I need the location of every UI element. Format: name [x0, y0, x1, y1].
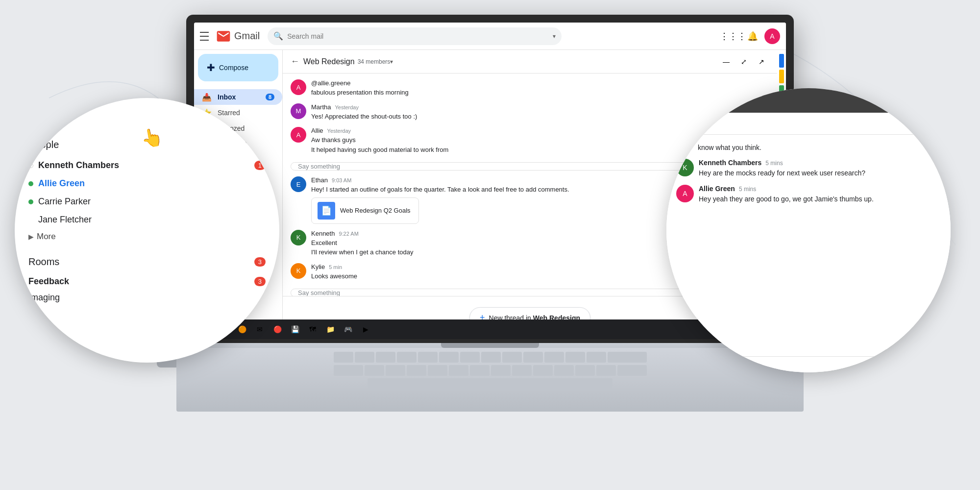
thread-title: Web Redesign	[303, 57, 355, 66]
taskbar-icon-5[interactable]: 💾	[288, 322, 302, 336]
zoom-allie-sender: Allie Green	[699, 185, 735, 193]
tab-yellow[interactable]	[779, 70, 784, 83]
topbar-right: ⋮⋮⋮ 🔔 A	[725, 28, 780, 44]
zoom-kenneth-text: Hey are the mocks ready for next week us…	[699, 168, 865, 179]
attachment-doc-icon: 📄	[318, 202, 335, 220]
person-item-kenneth[interactable]: Kenneth Chambers 1	[28, 156, 266, 174]
people-section-header: People 1	[28, 135, 266, 154]
zoom-kenneth-sender: Kenneth Chambers	[699, 159, 761, 167]
carrie-name: Carrie Parker	[38, 196, 266, 207]
carrie-online-dot	[28, 199, 33, 204]
zoom-messages: know what you think. K Kenneth Chambers …	[666, 135, 951, 356]
kenneth-name: Kenneth Chambers	[38, 160, 254, 171]
msg-header: @allie.greene	[311, 79, 409, 87]
room-item-feedback[interactable]: Feedback 3	[28, 273, 266, 290]
search-icon: 🔍	[273, 31, 283, 41]
taskbar-icon-7[interactable]: 📁	[323, 322, 337, 336]
chat-minimize-button[interactable]: —	[898, 95, 909, 106]
feedback-room-name: Feedback	[28, 276, 69, 287]
thread-members: 34 members	[358, 58, 391, 65]
msg-content-martha: Martha Yesterday Yes! Appreciated the sh…	[311, 103, 417, 122]
open-button[interactable]: ↗	[754, 54, 769, 70]
chat-close-button[interactable]: ✕	[929, 95, 941, 106]
imaging-room-name: Imaging	[28, 293, 60, 303]
msg-sender-ethan: Ethan	[311, 176, 328, 184]
person-item-jane[interactable]: Jane Fletcher	[28, 211, 266, 229]
thread-dropdown-icon[interactable]: ▾	[390, 58, 393, 65]
person-item-carrie[interactable]: Carrie Parker	[28, 193, 266, 211]
taskbar-icon-3[interactable]: ✉	[253, 322, 267, 336]
kenneth-offline-dot	[28, 163, 33, 168]
compose-plus-icon: ✚	[207, 62, 215, 74]
compose-label: Compose	[219, 64, 248, 72]
kylie-avatar: K	[291, 263, 306, 279]
rooms-section-title: Rooms	[28, 256, 59, 268]
expand-button[interactable]: ⤢	[736, 54, 752, 70]
zoom-chat-actions: — ⤢ ✕	[898, 95, 941, 106]
person-item-allie[interactable]: Allie Green	[28, 174, 266, 193]
tab-blue[interactable]	[779, 54, 784, 68]
msg-text-kylie: Looks awesome	[311, 271, 357, 281]
laptop-keyboard	[176, 348, 804, 412]
hamburger-menu[interactable]	[200, 30, 212, 42]
chat-expand-button[interactable]: ⤢	[913, 95, 925, 106]
kenneth-avatar: K	[291, 230, 306, 245]
room-item-imaging[interactable]: Imaging	[28, 290, 266, 306]
zoom-back-icon[interactable]: ←	[28, 112, 39, 125]
zoom-dropdown-label[interactable]: ▾	[45, 113, 50, 124]
gmail-search-bar[interactable]: 🔍 ▾	[268, 27, 562, 45]
msg-text-allie: Aw thanks guysIt helped having such good…	[311, 135, 448, 154]
minimize-button[interactable]: —	[718, 54, 734, 70]
martha-avatar: M	[291, 103, 306, 119]
msg-sender-martha: Martha	[311, 103, 331, 111]
compose-button[interactable]: ✚ Compose	[198, 54, 278, 81]
zoom-circle-right: e Green — ⤢ ✕ Active ⋮ know what you thi…	[666, 88, 951, 372]
jane-name: Jane Fletcher	[38, 215, 266, 225]
rooms-section-header: Rooms 3	[28, 252, 266, 271]
zoom-msg-kenneth: K Kenneth Chambers 5 mins Hey are the mo…	[676, 159, 941, 179]
msg-text-ethan: Hey! I started an outline of goals for t…	[311, 185, 569, 195]
msg-header-martha: Martha Yesterday	[311, 103, 417, 111]
taskbar-icon-9[interactable]: ▶	[359, 322, 372, 336]
sidebar-item-inbox[interactable]: 📥 Inbox 8	[194, 89, 282, 105]
inbox-badge: 8	[266, 94, 274, 100]
message-martha: M Martha Yesterday Yes! Appreciated the …	[291, 103, 769, 122]
attachment-card[interactable]: 📄 Web Redesign Q2 Goals	[311, 197, 419, 224]
zoom-allie-text: Hey yeah they are good to go, we got Jam…	[699, 194, 874, 205]
attachment-name: Web Redesign Q2 Goals	[340, 207, 411, 214]
taskbar-icon-6[interactable]: 🗺	[306, 322, 319, 336]
ethan-avatar: E	[291, 176, 306, 192]
zoom-kenneth-header: Kenneth Chambers 5 mins	[699, 159, 865, 167]
zoom-allie-avatar: A	[676, 185, 694, 202]
zoom-msg-allie: A Allie Green 5 mins Hey yeah they are g…	[676, 185, 941, 205]
user-avatar[interactable]: A	[764, 28, 780, 44]
msg-sender: @allie.greene	[311, 79, 350, 87]
chat-more-button[interactable]: ⋮	[931, 118, 941, 129]
msg-content: @allie.greene fabulous presentation this…	[311, 79, 409, 98]
msg-header-ethan: Ethan 9:03 AM	[311, 176, 569, 184]
msg-text-martha: Yes! Appreciated the shout-outs too :)	[311, 112, 417, 122]
allie2-avatar: A	[291, 127, 306, 143]
sidebar-starred-label: Starred	[218, 109, 274, 117]
zoom-allie-header: Allie Green 5 mins	[699, 185, 874, 193]
gmail-topbar: Gmail 🔍 ▾ ⋮⋮⋮ 🔔 A	[194, 23, 786, 50]
search-input[interactable]	[287, 32, 549, 40]
zoom-kenneth-time: 5 mins	[765, 160, 783, 167]
more-chevron: ▶	[28, 233, 34, 241]
msg-header-allie: Allie Yesterday	[311, 127, 448, 134]
search-dropdown-icon[interactable]: ▾	[553, 33, 556, 40]
msg-content-allie: Allie Yesterday Aw thanks guysIt helped …	[311, 127, 448, 154]
msg-content-ethan: Ethan 9:03 AM Hey! I started an outline …	[311, 176, 569, 224]
msg-time-kenneth: 9:22 AM	[339, 231, 358, 237]
taskbar-icon-8[interactable]: 🎮	[341, 322, 355, 336]
zoom-allie-time: 5 mins	[739, 186, 756, 193]
more-people-item[interactable]: ▶ More	[28, 229, 266, 245]
msg-header-kylie: Kylie 5 min	[311, 263, 357, 270]
notifications-button[interactable]: 🔔	[745, 28, 760, 44]
apps-button[interactable]: ⋮⋮⋮	[725, 28, 741, 44]
gmail-logo: Gmail	[216, 28, 260, 44]
thread-header: ← Web Redesign 34 members ▾ — ⤢ ↗	[283, 50, 777, 74]
back-button[interactable]: ←	[291, 56, 299, 67]
msg-time-allie: Yesterday	[327, 128, 351, 134]
taskbar-icon-4[interactable]: 🔴	[270, 322, 284, 336]
